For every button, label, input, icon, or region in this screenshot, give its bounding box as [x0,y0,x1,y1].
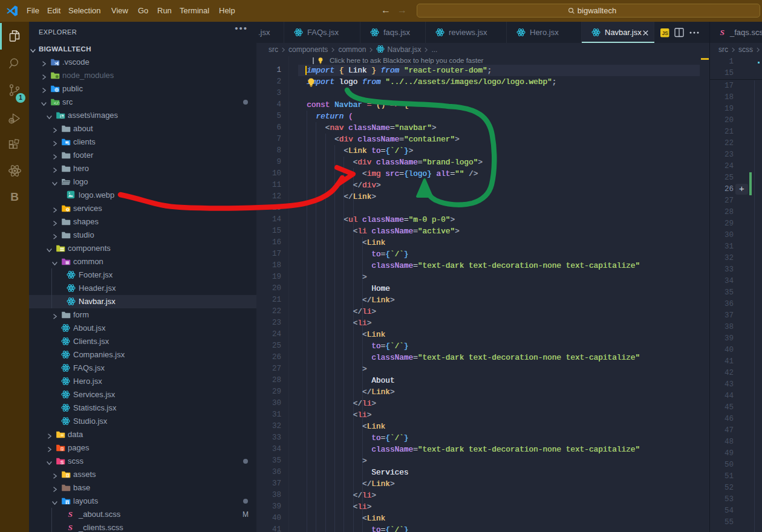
svg-text:S: S [68,510,73,519]
svg-text:JS: JS [662,30,668,36]
svg-text:</>: </> [54,101,60,106]
svg-text:S: S [60,459,64,465]
svg-text:S: S [720,28,725,37]
svg-text:S: S [68,523,73,532]
